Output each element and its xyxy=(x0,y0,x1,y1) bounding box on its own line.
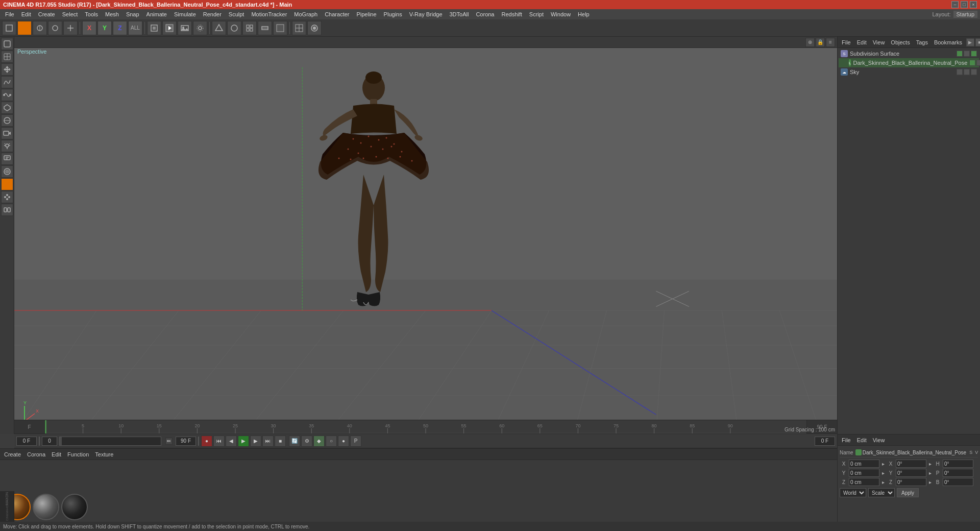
attr-world-select[interactable]: World xyxy=(840,488,866,497)
mat-menu-function[interactable]: Function xyxy=(65,451,91,458)
object-subdivision-surface[interactable]: S Subdivision Surface xyxy=(839,49,979,58)
menu-select[interactable]: Select xyxy=(59,10,81,18)
menu-snap[interactable]: Snap xyxy=(123,10,142,18)
toolbar-display-5[interactable] xyxy=(273,21,287,35)
menu-simulate[interactable]: Simulate xyxy=(171,10,199,18)
menu-sculpt[interactable]: Sculpt xyxy=(226,10,248,18)
object-visible-3[interactable] xyxy=(957,69,963,75)
btn-step-icons[interactable]: ⏭ xyxy=(165,438,173,445)
attr-menu-edit[interactable]: Edit xyxy=(855,437,869,444)
attr-y-input[interactable] xyxy=(849,469,879,477)
menu-character[interactable]: Character xyxy=(322,10,352,18)
toolbar-tool-2[interactable] xyxy=(307,21,322,35)
btn-mode-3[interactable]: ● xyxy=(338,436,349,447)
btn-stop[interactable]: ■ xyxy=(275,436,286,447)
object-ballerina[interactable]: L Dark_Skinned_Black_Ballerina_Neutral_P… xyxy=(839,58,979,67)
timeline-track[interactable]: 5 10 15 20 25 30 35 40 45 50 55 60 65 xyxy=(45,420,806,433)
btn-play[interactable]: ▶ xyxy=(238,436,249,447)
tool-light[interactable] xyxy=(1,140,13,152)
btn-mode-4[interactable]: P xyxy=(350,436,361,447)
menu-tools[interactable]: Tools xyxy=(82,10,101,18)
current-frame-input[interactable] xyxy=(16,437,37,446)
attr-x-rot-input[interactable] xyxy=(896,460,926,468)
tool-camera[interactable] xyxy=(1,127,13,139)
layout-value[interactable]: Startup xyxy=(953,10,978,18)
tool-nurbs[interactable] xyxy=(1,89,13,101)
tool-select[interactable] xyxy=(1,38,13,50)
menu-pipeline[interactable]: Pipeline xyxy=(353,10,379,18)
panel-menu-edit[interactable]: Edit xyxy=(855,39,869,46)
panel-menu-objects[interactable]: Objects xyxy=(889,39,912,46)
viewport-options[interactable]: ≡ xyxy=(826,38,835,47)
attr-x-input[interactable] xyxy=(849,460,879,468)
toolbar-render-picture[interactable] xyxy=(178,21,192,35)
tool-spline[interactable] xyxy=(1,76,13,88)
attr-h-input[interactable] xyxy=(943,460,973,468)
menu-3dtoall[interactable]: 3DToAll xyxy=(447,10,472,18)
toolbar-axis-all[interactable]: ALL xyxy=(128,21,142,35)
toolbar-display-1[interactable] xyxy=(212,21,226,35)
attr-b-input[interactable] xyxy=(943,478,973,486)
toolbar-display-4[interactable] xyxy=(258,21,272,35)
toolbar-render-settings[interactable] xyxy=(193,21,207,35)
tool-environment[interactable] xyxy=(1,114,13,127)
toolbar-undo[interactable] xyxy=(17,21,32,35)
end-frame-input[interactable] xyxy=(176,437,196,446)
menu-animate[interactable]: Animate xyxy=(143,10,170,18)
menu-motiontracker[interactable]: MotionTracker xyxy=(248,10,290,18)
menu-mograph[interactable]: MoGraph xyxy=(291,10,321,18)
btn-settings[interactable]: ⚙ xyxy=(301,436,312,447)
toolbar-display-2[interactable] xyxy=(227,21,241,35)
tool-move[interactable] xyxy=(1,63,13,76)
btn-rewind[interactable]: ⏮ xyxy=(213,436,225,447)
toolbar-axis-y[interactable]: Y xyxy=(97,21,112,35)
toolbar-btn-4[interactable] xyxy=(63,21,78,35)
frame-display-right[interactable] xyxy=(815,437,835,446)
menu-corona[interactable]: Corona xyxy=(473,10,497,18)
objects-panel-icon-1[interactable]: ▶ xyxy=(966,38,974,46)
mat-menu-texture[interactable]: Texture xyxy=(93,451,115,458)
btn-prev-frame[interactable]: ◀ xyxy=(226,436,237,447)
material-preview-2[interactable] xyxy=(33,494,59,520)
object-sky[interactable]: ☁ Sky xyxy=(839,67,979,77)
tool-material[interactable] xyxy=(1,165,13,178)
panel-menu-view[interactable]: View xyxy=(871,39,887,46)
menu-create[interactable]: Create xyxy=(35,10,58,18)
toolbar-btn-3[interactable] xyxy=(48,21,62,35)
toolbar-render-view[interactable] xyxy=(162,21,177,35)
start-frame-input[interactable] xyxy=(42,437,57,446)
object-lock-1[interactable] xyxy=(971,51,977,57)
object-lock-3[interactable] xyxy=(971,69,977,75)
menu-edit[interactable]: Edit xyxy=(18,10,34,18)
attr-menu-file[interactable]: File xyxy=(840,437,853,444)
objects-panel-icon-2[interactable]: ■ xyxy=(975,38,980,46)
menu-mesh[interactable]: Mesh xyxy=(102,10,122,18)
menu-render[interactable]: Render xyxy=(200,10,225,18)
viewport-lock[interactable]: 🔒 xyxy=(816,38,825,47)
toolbar-tool-1[interactable] xyxy=(292,21,306,35)
viewport-canvas[interactable]: X Y Z xyxy=(14,48,837,434)
material-preview-3[interactable] xyxy=(61,494,88,520)
tool-deformer[interactable] xyxy=(1,102,13,114)
mat-menu-corona[interactable]: Corona xyxy=(25,451,47,458)
toolbar-display-3[interactable] xyxy=(242,21,257,35)
close-button[interactable]: × xyxy=(970,1,977,8)
panel-menu-tags[interactable]: Tags xyxy=(914,39,930,46)
menu-plugins[interactable]: Plugins xyxy=(381,10,405,18)
attr-menu-view[interactable]: View xyxy=(871,437,887,444)
btn-next-frame[interactable]: ▶ xyxy=(250,436,261,447)
tool-particles[interactable] xyxy=(1,191,13,203)
panel-menu-file[interactable]: File xyxy=(840,39,853,46)
btn-mode-2[interactable]: ○ xyxy=(326,436,337,447)
object-render-3[interactable] xyxy=(964,69,970,75)
attr-scale-select[interactable]: Scale xyxy=(868,488,895,497)
btn-record[interactable]: ● xyxy=(201,436,212,447)
playback-slider[interactable] xyxy=(59,437,161,446)
timeline-ruler[interactable]: F 5 10 15 20 25 30 35 40 45 50 xyxy=(14,420,837,434)
panel-menu-bookmarks[interactable]: Bookmarks xyxy=(932,39,964,46)
menu-vray[interactable]: V-Ray Bridge xyxy=(406,10,446,18)
attr-z-rot-input[interactable] xyxy=(896,478,926,486)
tool-tag[interactable] xyxy=(1,153,13,165)
tool-xpresso[interactable] xyxy=(1,204,13,216)
menu-help[interactable]: Help xyxy=(575,10,593,18)
